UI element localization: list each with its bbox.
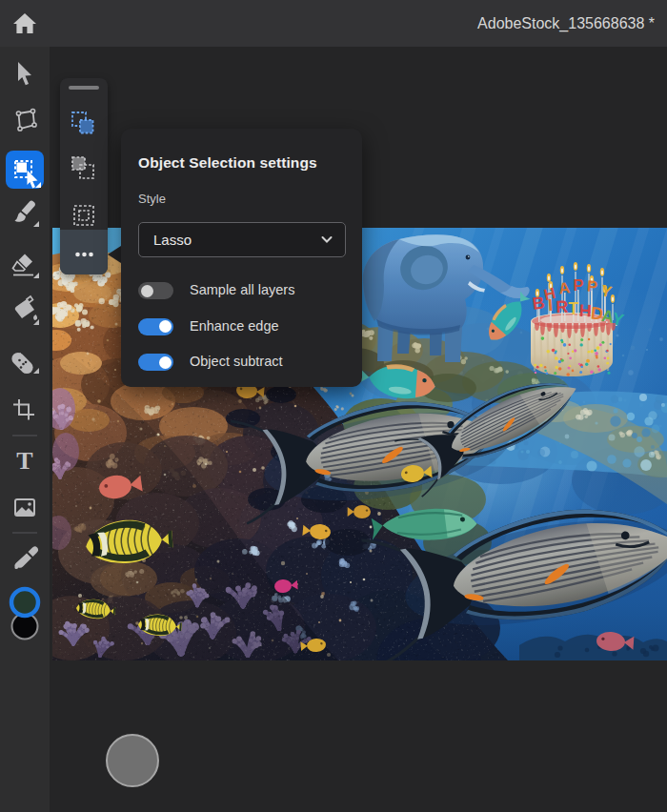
svg-text:T: T	[16, 447, 32, 475]
